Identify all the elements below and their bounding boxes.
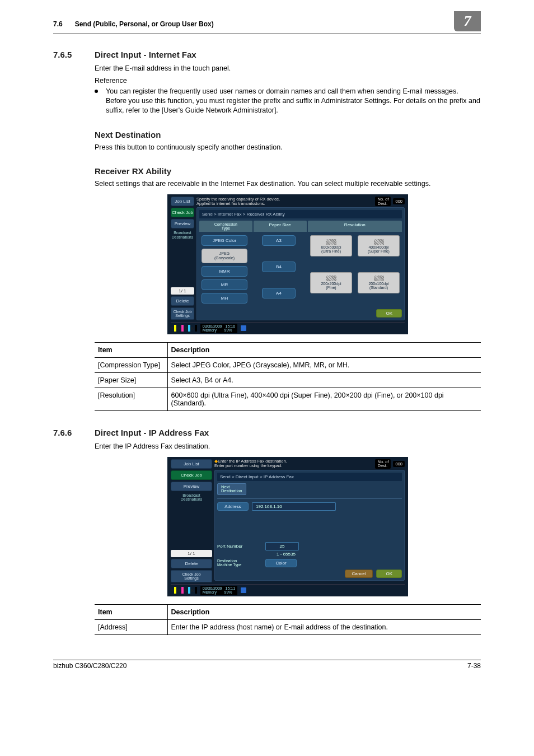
- status-time-val: 15:11: [226, 586, 236, 590]
- footer-page: 7-38: [467, 662, 481, 670]
- paper-b4[interactable]: B4: [262, 262, 296, 272]
- compression-jpeg-color[interactable]: JPEG Color: [202, 235, 247, 246]
- status-date: 03/30/2009 15:11 Memory 99%: [200, 586, 237, 595]
- preview-button[interactable]: Preview: [171, 219, 194, 228]
- cell: Select JPEG Color, JPEG (Grayscale), MMR…: [167, 358, 481, 373]
- reference-text: You can register the frequently used use…: [106, 87, 481, 115]
- dest-count-value: 000: [393, 198, 405, 204]
- job-list-button[interactable]: Job List: [171, 197, 194, 206]
- device-screenshot-ip-fax: Job List Check Job Preview Broadcast Des…: [167, 457, 408, 596]
- dest-count-label: No. of Dest.: [375, 459, 391, 469]
- device-message: Specify the receiving capability of RX d…: [196, 197, 373, 207]
- footer-model: bizhub C360/C280/C220: [53, 662, 127, 670]
- check-job-settings-button[interactable]: Check Job Settings: [171, 570, 212, 582]
- res-600[interactable]: 600x600dpi (Ultra Fine): [310, 235, 352, 256]
- compression-mmr[interactable]: MMR: [202, 266, 247, 277]
- cell: Enter the IP address (host name) or E-ma…: [167, 619, 481, 634]
- status-mem-val: 99%: [224, 328, 232, 332]
- section-7-6-5-heading: 7.6.5 Direct Input - Internet Fax: [53, 50, 481, 59]
- paper-a3[interactable]: A3: [262, 235, 296, 246]
- compression-mh[interactable]: MH: [202, 293, 247, 304]
- status-mem-label: Memory: [203, 328, 217, 332]
- res-400[interactable]: 400x400dpi (Super Fine): [358, 235, 400, 256]
- delete-button[interactable]: Delete: [171, 296, 194, 306]
- cell: 600×600 dpi (Ultra Fine), 400×400 dpi (S…: [167, 388, 481, 411]
- res-100-label: 200x100dpi (Standard): [368, 282, 388, 290]
- cell: [Address]: [95, 619, 167, 634]
- cancel-button[interactable]: Cancel: [345, 570, 373, 578]
- section-num: 7.6.5: [53, 50, 95, 59]
- check-job-button[interactable]: Check Job: [171, 470, 212, 480]
- next-destination-heading: Next Destination: [95, 130, 481, 139]
- header-secnum: 7.6: [53, 20, 63, 28]
- toner-indicator: Y M C K: [171, 325, 197, 332]
- tab-compression[interactable]: Compression Type: [199, 221, 252, 232]
- intro-text: Enter the IP Address Fax destination.: [95, 442, 481, 451]
- toner-indicator: Y M C K: [171, 587, 197, 594]
- table-header-desc: Description: [167, 604, 481, 619]
- port-range: 1 - 65535: [265, 552, 307, 557]
- status-mem-val: 99%: [224, 590, 232, 594]
- rx-ability-table: Item Description [Compression Type] Sele…: [95, 342, 481, 411]
- cell: [Resolution]: [95, 388, 167, 411]
- reference-bullet: You can register the frequently used use…: [95, 87, 481, 115]
- grid-icon: [374, 239, 384, 245]
- table-row: [Compression Type] Select JPEG Color, JP…: [95, 358, 481, 373]
- table-row: [Address] Enter the IP address (host nam…: [95, 619, 481, 634]
- compression-mr[interactable]: MR: [202, 279, 247, 290]
- pager: 1/ 1: [171, 287, 194, 295]
- paper-a4[interactable]: A4: [262, 288, 296, 298]
- table-row: [Paper Size] Select A3, B4 or A4.: [95, 373, 481, 388]
- check-job-button[interactable]: Check Job: [171, 208, 194, 217]
- ok-button[interactable]: OK: [376, 570, 402, 578]
- machine-type-button[interactable]: Color: [265, 559, 297, 567]
- broadcast-label: Broadcast Destinations: [171, 231, 194, 239]
- address-button[interactable]: Address: [217, 502, 249, 511]
- cell: [Paper Size]: [95, 373, 167, 388]
- section-num: 7.6.6: [53, 428, 95, 437]
- pager: 1/ 1: [171, 550, 212, 557]
- ip-fax-table: Item Description [Address] Enter the IP …: [95, 604, 481, 635]
- status-date-val: 03/30/2009: [203, 324, 222, 328]
- next-destination-button[interactable]: Next Destination: [217, 483, 246, 495]
- breadcrumb: Send > Internet Fax > Receiver RX Abilit…: [199, 210, 402, 218]
- section-7-6-6-heading: 7.6.6 Direct Input - IP Address Fax: [53, 428, 481, 437]
- preview-button[interactable]: Preview: [171, 482, 212, 491]
- receiver-rx-text: Select settings that are receivable in t…: [95, 179, 481, 189]
- dest-count-value: 000: [393, 461, 405, 467]
- bullet-icon: [95, 90, 98, 93]
- device-message: ◆Enter the IP Address Fax destination. E…: [214, 459, 373, 469]
- res-200-label: 200x200dpi (Fine): [321, 282, 341, 290]
- cell: Select A3, B4 or A4.: [167, 373, 481, 388]
- page-header: 7.6 Send (Public, Personal, or Group Use…: [53, 17, 481, 34]
- delete-button[interactable]: Delete: [171, 559, 212, 568]
- res-100[interactable]: 200x100dpi (Standard): [358, 272, 400, 293]
- tab-resolution[interactable]: Resolution: [308, 221, 402, 232]
- res-400-label: 400x400dpi (Super Fine): [368, 245, 390, 253]
- grid-icon: [326, 276, 336, 281]
- status-date: 03/30/2009 15:10 Memory 99%: [200, 324, 237, 333]
- res-600-label: 600x600dpi (Ultra Fine): [321, 245, 341, 253]
- intro-text: Enter the E-mail address in the touch pa…: [95, 64, 481, 73]
- job-list-button[interactable]: Job List: [171, 459, 212, 469]
- compression-jpeg-grayscale[interactable]: JPEG (Grayscale): [202, 249, 247, 263]
- status-mem-label: Memory: [203, 590, 217, 594]
- section-title: Direct Input - Internet Fax: [95, 50, 196, 59]
- grid-icon: [374, 276, 384, 281]
- page-footer: bizhub C360/C280/C220 7-38: [53, 660, 481, 670]
- table-header-item: Item: [95, 604, 167, 619]
- header-title: Send (Public, Personal, or Group User Bo…: [75, 20, 454, 28]
- breadcrumb: Send > Direct Input > IP Address Fax: [217, 473, 402, 481]
- tab-paper-size[interactable]: Paper Size: [254, 221, 307, 232]
- status-icon: [241, 325, 246, 331]
- table-header-item: Item: [95, 343, 167, 358]
- machine-type-label: Destination Machine Type: [217, 559, 262, 567]
- port-value[interactable]: 25: [265, 542, 299, 550]
- dest-count-label: No. of Dest.: [375, 197, 391, 206]
- address-value[interactable]: 192.168.1.10: [252, 502, 336, 511]
- res-200[interactable]: 200x200dpi (Fine): [310, 272, 352, 293]
- ok-button[interactable]: OK: [376, 309, 402, 318]
- check-job-settings-button[interactable]: Check Job Settings: [171, 307, 194, 320]
- receiver-rx-heading: Receiver RX Ability: [95, 166, 481, 176]
- status-icon: [241, 587, 246, 593]
